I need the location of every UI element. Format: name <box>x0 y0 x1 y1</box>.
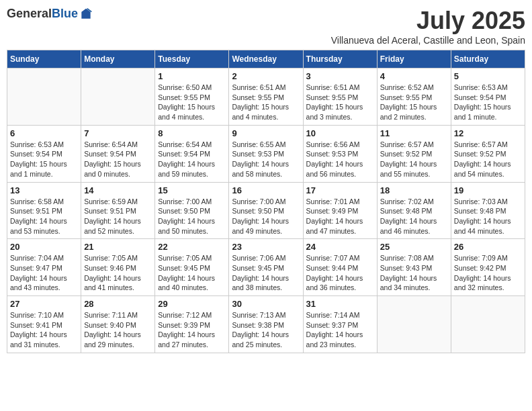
day-detail: Sunrise: 6:51 AM Sunset: 9:55 PM Dayligh… <box>232 83 300 122</box>
page-header: GeneralBlue July 2025 Villanueva del Ace… <box>7 7 525 46</box>
day-detail: Sunrise: 7:09 AM Sunset: 9:42 PM Dayligh… <box>454 253 522 293</box>
day-number: 8 <box>158 128 226 138</box>
day-detail: Sunrise: 7:13 AM Sunset: 9:38 PM Dayligh… <box>232 310 300 350</box>
logo-icon <box>79 7 93 21</box>
weekday-header-sunday: Sunday <box>7 50 81 68</box>
day-detail: Sunrise: 6:56 AM Sunset: 9:53 PM Dayligh… <box>306 140 374 179</box>
location-subtitle: Villanueva del Aceral, Castille and Leon… <box>331 35 525 46</box>
calendar-cell: 4Sunrise: 6:52 AM Sunset: 9:55 PM Daylig… <box>377 68 451 126</box>
calendar-cell: 6Sunrise: 6:53 AM Sunset: 9:54 PM Daylig… <box>7 125 81 182</box>
day-number: 12 <box>454 128 522 138</box>
day-detail: Sunrise: 6:51 AM Sunset: 9:55 PM Dayligh… <box>306 83 374 122</box>
day-number: 27 <box>10 299 78 309</box>
day-detail: Sunrise: 7:00 AM Sunset: 9:50 PM Dayligh… <box>232 197 300 236</box>
calendar-cell: 7Sunrise: 6:54 AM Sunset: 9:54 PM Daylig… <box>81 125 155 182</box>
day-number: 4 <box>380 71 448 81</box>
calendar-table: SundayMondayTuesdayWednesdayThursdayFrid… <box>7 50 525 353</box>
day-number: 29 <box>158 299 226 309</box>
day-number: 20 <box>10 242 78 252</box>
day-number: 19 <box>454 185 522 195</box>
month-title: July 2025 <box>331 7 525 35</box>
day-number: 11 <box>380 128 448 138</box>
calendar-cell: 2Sunrise: 6:51 AM Sunset: 9:55 PM Daylig… <box>229 68 303 126</box>
day-detail: Sunrise: 7:12 AM Sunset: 9:39 PM Dayligh… <box>158 310 226 350</box>
day-detail: Sunrise: 7:11 AM Sunset: 9:40 PM Dayligh… <box>84 310 152 350</box>
calendar-cell: 19Sunrise: 7:03 AM Sunset: 9:48 PM Dayli… <box>451 182 525 239</box>
day-number: 5 <box>454 71 522 81</box>
day-detail: Sunrise: 6:54 AM Sunset: 9:54 PM Dayligh… <box>84 140 152 179</box>
day-number: 30 <box>232 299 300 309</box>
calendar-cell: 23Sunrise: 7:06 AM Sunset: 9:45 PM Dayli… <box>229 239 303 296</box>
day-number: 31 <box>306 299 374 309</box>
day-number: 6 <box>10 128 78 138</box>
day-detail: Sunrise: 7:02 AM Sunset: 9:48 PM Dayligh… <box>380 197 448 236</box>
calendar-week-3: 13Sunrise: 6:58 AM Sunset: 9:51 PM Dayli… <box>7 182 525 239</box>
calendar-week-5: 27Sunrise: 7:10 AM Sunset: 9:41 PM Dayli… <box>7 296 525 353</box>
day-detail: Sunrise: 6:59 AM Sunset: 9:51 PM Dayligh… <box>84 197 152 236</box>
day-number: 21 <box>84 242 152 252</box>
calendar-cell: 3Sunrise: 6:51 AM Sunset: 9:55 PM Daylig… <box>303 68 377 126</box>
calendar-cell: 22Sunrise: 7:05 AM Sunset: 9:45 PM Dayli… <box>155 239 229 296</box>
day-number: 9 <box>232 128 300 138</box>
day-detail: Sunrise: 6:52 AM Sunset: 9:55 PM Dayligh… <box>380 83 448 122</box>
calendar-cell: 30Sunrise: 7:13 AM Sunset: 9:38 PM Dayli… <box>229 296 303 353</box>
weekday-header-friday: Friday <box>377 50 451 68</box>
day-detail: Sunrise: 7:10 AM Sunset: 9:41 PM Dayligh… <box>10 310 78 350</box>
day-detail: Sunrise: 7:06 AM Sunset: 9:45 PM Dayligh… <box>232 253 300 293</box>
calendar-cell: 29Sunrise: 7:12 AM Sunset: 9:39 PM Dayli… <box>155 296 229 353</box>
calendar-cell: 25Sunrise: 7:08 AM Sunset: 9:43 PM Dayli… <box>377 239 451 296</box>
day-number: 18 <box>380 185 448 195</box>
calendar-cell: 1Sunrise: 6:50 AM Sunset: 9:55 PM Daylig… <box>155 68 229 126</box>
calendar-cell: 27Sunrise: 7:10 AM Sunset: 9:41 PM Dayli… <box>7 296 81 353</box>
day-number: 23 <box>232 242 300 252</box>
day-number: 15 <box>158 185 226 195</box>
calendar-cell: 28Sunrise: 7:11 AM Sunset: 9:40 PM Dayli… <box>81 296 155 353</box>
day-number: 26 <box>454 242 522 252</box>
day-detail: Sunrise: 7:00 AM Sunset: 9:50 PM Dayligh… <box>158 197 226 236</box>
calendar-cell: 15Sunrise: 7:00 AM Sunset: 9:50 PM Dayli… <box>155 182 229 239</box>
day-number: 24 <box>306 242 374 252</box>
calendar-cell <box>7 68 81 126</box>
title-block: July 2025 Villanueva del Aceral, Castill… <box>331 7 525 46</box>
day-number: 1 <box>158 71 226 81</box>
day-detail: Sunrise: 7:04 AM Sunset: 9:47 PM Dayligh… <box>10 253 78 293</box>
day-number: 14 <box>84 185 152 195</box>
calendar-cell: 31Sunrise: 7:14 AM Sunset: 9:37 PM Dayli… <box>303 296 377 353</box>
weekday-header-monday: Monday <box>81 50 155 68</box>
day-number: 28 <box>84 299 152 309</box>
day-number: 16 <box>232 185 300 195</box>
calendar-cell: 12Sunrise: 6:57 AM Sunset: 9:52 PM Dayli… <box>451 125 525 182</box>
calendar-cell <box>451 296 525 353</box>
day-detail: Sunrise: 6:53 AM Sunset: 9:54 PM Dayligh… <box>10 140 78 179</box>
day-detail: Sunrise: 7:03 AM Sunset: 9:48 PM Dayligh… <box>454 197 522 236</box>
calendar-week-2: 6Sunrise: 6:53 AM Sunset: 9:54 PM Daylig… <box>7 125 525 182</box>
calendar-cell: 14Sunrise: 6:59 AM Sunset: 9:51 PM Dayli… <box>81 182 155 239</box>
calendar-week-1: 1Sunrise: 6:50 AM Sunset: 9:55 PM Daylig… <box>7 68 525 126</box>
day-number: 13 <box>10 185 78 195</box>
day-number: 7 <box>84 128 152 138</box>
weekday-header-row: SundayMondayTuesdayWednesdayThursdayFrid… <box>7 50 525 68</box>
logo: GeneralBlue <box>7 7 93 21</box>
calendar-cell: 11Sunrise: 6:57 AM Sunset: 9:52 PM Dayli… <box>377 125 451 182</box>
calendar-week-4: 20Sunrise: 7:04 AM Sunset: 9:47 PM Dayli… <box>7 239 525 296</box>
calendar-cell: 26Sunrise: 7:09 AM Sunset: 9:42 PM Dayli… <box>451 239 525 296</box>
day-detail: Sunrise: 6:58 AM Sunset: 9:51 PM Dayligh… <box>10 197 78 236</box>
calendar-cell <box>377 296 451 353</box>
calendar-cell: 24Sunrise: 7:07 AM Sunset: 9:44 PM Dayli… <box>303 239 377 296</box>
day-number: 25 <box>380 242 448 252</box>
day-detail: Sunrise: 6:53 AM Sunset: 9:54 PM Dayligh… <box>454 83 522 122</box>
day-detail: Sunrise: 6:54 AM Sunset: 9:54 PM Dayligh… <box>158 140 226 179</box>
day-detail: Sunrise: 7:08 AM Sunset: 9:43 PM Dayligh… <box>380 253 448 293</box>
calendar-cell <box>81 68 155 126</box>
day-detail: Sunrise: 6:50 AM Sunset: 9:55 PM Dayligh… <box>158 83 226 122</box>
calendar-cell: 10Sunrise: 6:56 AM Sunset: 9:53 PM Dayli… <box>303 125 377 182</box>
calendar-cell: 18Sunrise: 7:02 AM Sunset: 9:48 PM Dayli… <box>377 182 451 239</box>
calendar-cell: 13Sunrise: 6:58 AM Sunset: 9:51 PM Dayli… <box>7 182 81 239</box>
weekday-header-wednesday: Wednesday <box>229 50 303 68</box>
calendar-cell: 9Sunrise: 6:55 AM Sunset: 9:53 PM Daylig… <box>229 125 303 182</box>
day-detail: Sunrise: 7:05 AM Sunset: 9:45 PM Dayligh… <box>158 253 226 293</box>
calendar-cell: 17Sunrise: 7:01 AM Sunset: 9:49 PM Dayli… <box>303 182 377 239</box>
calendar-cell: 8Sunrise: 6:54 AM Sunset: 9:54 PM Daylig… <box>155 125 229 182</box>
day-detail: Sunrise: 6:55 AM Sunset: 9:53 PM Dayligh… <box>232 140 300 179</box>
day-number: 2 <box>232 71 300 81</box>
